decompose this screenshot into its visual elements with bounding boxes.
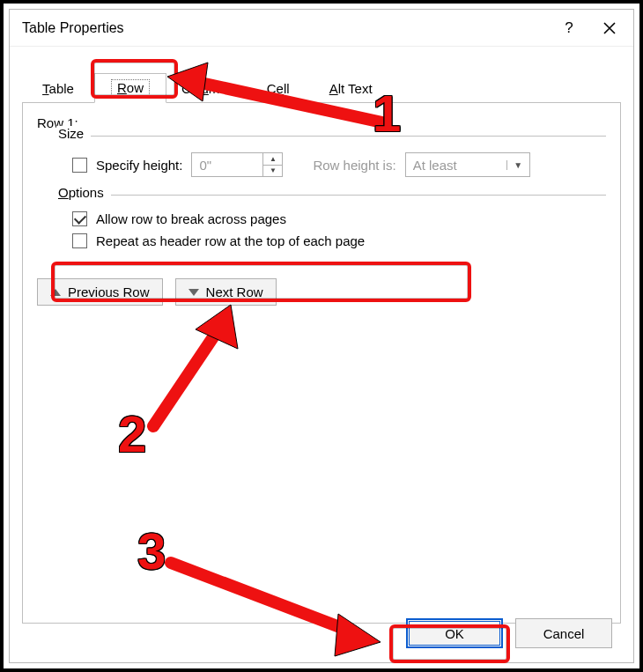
repeat-header-label: Repeat as header row at the top of each … [96,233,365,248]
window-title: Table Properties [22,20,549,36]
tab-table[interactable]: Table [22,75,94,103]
options-legend: Options [56,185,111,200]
height-spinner[interactable]: ▲ ▼ [191,152,283,177]
title-bar: Table Properties ? [10,10,633,47]
cancel-button[interactable]: Cancel [515,618,612,648]
group-size: Size Specify height: ▲ ▼ Row height [56,136,606,188]
spinner-buttons[interactable]: ▲ ▼ [262,153,282,176]
close-button[interactable] [589,10,630,47]
row-height-is-label: Row height is: [313,158,395,173]
checkbox-specify-height[interactable] [72,158,87,173]
dialog-footer: OK Cancel [406,618,612,648]
row-height-mode-select[interactable]: At least ▼ [405,152,530,177]
previous-row-button[interactable]: Previous Row [37,278,163,306]
tab-column[interactable]: Column [166,75,242,103]
help-button[interactable]: ? [549,10,589,47]
allow-break-label: Allow row to break across pages [96,211,286,226]
checkbox-allow-break[interactable] [72,211,87,226]
specify-height-label: Specify height: [96,158,182,173]
group-options: Options Allow row to break across pages … [56,195,606,259]
dialog-table-properties: Table Properties ? Table Row Column Cell [9,9,634,663]
row-height-mode-value: At least [406,158,506,173]
tab-row[interactable]: Row [94,73,166,103]
size-legend: Size [56,126,91,141]
spinner-down-icon[interactable]: ▼ [263,166,282,177]
ok-button[interactable]: OK [406,618,503,648]
checkbox-repeat-header[interactable] [72,233,87,248]
tab-cell[interactable]: Cell [242,75,314,103]
triangle-down-icon [188,289,199,296]
tab-table-rest: able [49,81,74,96]
spinner-up-icon[interactable]: ▲ [263,153,282,166]
row-indicator: Row 1: [37,115,606,130]
tab-row-rest: ow [127,80,144,95]
previous-row-label: Previous Row [68,284,150,299]
triangle-up-icon [50,289,61,296]
ok-label: OK [445,626,464,641]
tab-bar: Table Row Column Cell Alt Text [22,71,633,103]
next-row-button[interactable]: Next Row [175,278,277,306]
tab-alttext[interactable]: Alt Text [314,75,388,103]
tab-page-row: Row 1: Size Specify height: ▲ ▼ [22,102,621,624]
close-icon [603,22,616,34]
next-row-label: Next Row [206,284,263,299]
height-input[interactable] [192,153,262,176]
chevron-down-icon: ▼ [506,160,529,170]
cancel-label: Cancel [543,626,585,641]
